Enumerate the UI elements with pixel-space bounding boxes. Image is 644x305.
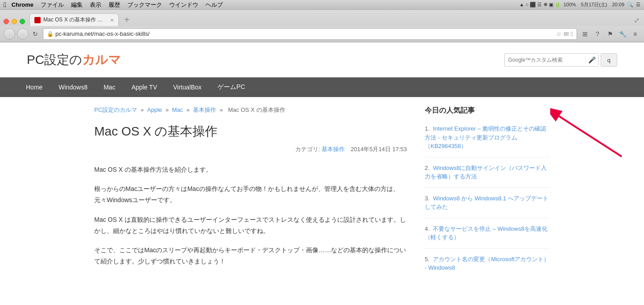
popular-item-2: 2. Windows8に自動サインイン（パスワード入力を省略）する方法 xyxy=(425,164,550,188)
sidebar-section-title: 今日の人気記事 xyxy=(425,106,550,118)
site-header: PC設定のカルマ 🎤 q xyxy=(0,42,644,77)
lock-icon: 🔒 xyxy=(47,31,54,37)
menu-chrome[interactable]: Chrome xyxy=(12,1,33,8)
tab-title: Mac OS X の基本操作 – PC設 xyxy=(43,16,106,24)
breadcrumb: PC設定のカルマ » Apple » Mac » 基本操作 » Mac OS X… xyxy=(94,106,407,114)
search-button[interactable]: q xyxy=(601,53,617,67)
menu-edit[interactable]: 編集 xyxy=(71,1,83,9)
popular-item-1-link[interactable]: Internet Explorer – 脆弱性の修正とその確認方法 - セキュリ… xyxy=(425,125,546,149)
breadcrumb-sep-3: » xyxy=(186,106,191,113)
address-bar-icons: ☆ ✉  xyxy=(556,30,573,38)
popular-item-5-link[interactable]: アカウント名の変更（Microsoftアカウント） - Windows8 xyxy=(425,256,549,271)
chrome-more-icon[interactable]: ≡ xyxy=(630,29,640,39)
window-maximize-button[interactable] xyxy=(20,19,25,24)
tab-favicon-icon xyxy=(34,17,41,23)
main-content: PC設定のカルマ » Apple » Mac » 基本操作 » Mac OS X… xyxy=(94,106,407,285)
new-tab-button[interactable]: + xyxy=(121,13,133,26)
menubar-time: 100% 5月17日(土) 20:09 xyxy=(564,1,624,8)
chrome-flag-icon[interactable]: ⚑ xyxy=(605,29,615,39)
toolbar: ‹ › ↻ 🔒 pc-karuma.net/mac-os-x-basic-ski… xyxy=(0,26,644,42)
breadcrumb-sep-1: » xyxy=(141,106,146,113)
toolbar-right-icons: ⊞ ? ⚑ 🔧 ≡ xyxy=(580,29,640,39)
popular-item-3: 3. Windows8 から Windows8.1 へアップデートしてみた xyxy=(425,194,550,218)
breadcrumb-basic-ops[interactable]: 基本操作 xyxy=(193,106,216,113)
nav-windows8[interactable]: Windows8 xyxy=(50,77,96,97)
forward-button[interactable]: › xyxy=(17,28,29,40)
article-para-2: 根っからのMacユーザーの方々はMacの操作なんてお手の物！かもしれませんが、管… xyxy=(94,183,407,206)
popular-item-2-link[interactable]: Windows8に自動サインイン（パスワード入力を省略）する方法 xyxy=(425,165,547,180)
tab-close-button[interactable]: × xyxy=(110,17,114,24)
popular-item-2-num: 2. xyxy=(425,165,430,171)
menu-bookmarks[interactable]: ブックマーク xyxy=(127,1,162,9)
category-label: カテゴリ: xyxy=(295,146,322,152)
window-close-button[interactable] xyxy=(4,19,9,24)
article-body: Mac OS X の基本操作方法を紹介します。 根っからのMacユーザーの方々は… xyxy=(94,164,407,267)
article-para-4: そこで、ここではMacのスリープや再起動からキーボード・デスクトップ・画像……な… xyxy=(94,245,407,267)
nav-game-pc[interactable]: ゲームPC xyxy=(209,77,253,97)
bookmark-star-icon[interactable]: ☆ xyxy=(556,30,562,38)
breadcrumb-home[interactable]: PC設定のカルマ xyxy=(94,106,137,113)
chrome-extension-icon[interactable]: 🔧 xyxy=(617,29,628,39)
menubar-search-icon[interactable]: 🔍 xyxy=(627,2,633,8)
page-content: PC設定のカルマ 🎤 q Home Windows8 Mac Apple TV … xyxy=(0,42,644,302)
nav-virtualbox[interactable]: VirtualBox xyxy=(165,77,210,97)
site-title-highlight: カルマ xyxy=(82,53,121,67)
window-minimize-button[interactable] xyxy=(12,19,17,24)
search-form: 🎤 q xyxy=(504,53,617,67)
nav-buttons: ‹ › ↻ xyxy=(4,28,40,40)
popular-articles-list: 1. Internet Explorer – 脆弱性の修正とその確認方法 - セ… xyxy=(425,124,550,279)
popular-item-1-num: 1. xyxy=(425,125,430,132)
address-bar[interactable]: 🔒 pc-karuma.net/mac-os-x-basic-skills/ ☆… xyxy=(43,28,577,40)
article-date: 2014年5月14日 17:53 xyxy=(351,146,407,152)
nav-apple-tv[interactable]: Apple TV xyxy=(123,77,165,97)
breadcrumb-sep-2: » xyxy=(165,106,170,113)
chrome-settings-icon[interactable]: ⊞ xyxy=(580,29,590,39)
nav-mac[interactable]: Mac xyxy=(96,77,123,97)
menu-help[interactable]: ヘルプ xyxy=(205,1,223,9)
breadcrumb-mac[interactable]: Mac xyxy=(172,106,183,113)
active-tab[interactable]: Mac OS X の基本操作 – PC設 × xyxy=(29,13,119,26)
menubar-status-icons: ▲ ○ ⬛ ☰ ❋ ▣ 🔋 xyxy=(519,2,561,8)
article-meta: カテゴリ: 基本操作 2014年5月14日 17:53 xyxy=(94,145,407,153)
article: Mac OS X の基本操作 カテゴリ: 基本操作 2014年5月14日 17:… xyxy=(94,123,407,267)
address-text: pc-karuma.net/mac-os-x-basic-skills/ xyxy=(55,30,554,37)
tab-bar: Mac OS X の基本操作 – PC設 × + ⤢ xyxy=(0,10,644,26)
popular-item-4: 4. 不要なサービスを停止 – Windows8を高速化（軽くする） xyxy=(425,225,550,249)
chrome-frame: Mac OS X の基本操作 – PC設 × + ⤢ ‹ › ↻ 🔒 pc-ka… xyxy=(0,10,644,42)
breadcrumb-sep-4: » xyxy=(220,106,225,113)
search-input-wrap: 🎤 xyxy=(504,53,599,67)
apple-logo-icon[interactable]:  xyxy=(4,1,6,9)
menu-view[interactable]: 表示 xyxy=(90,1,101,9)
menu-history[interactable]: 履歴 xyxy=(109,1,120,9)
site-title-plain: PC設定の xyxy=(27,53,82,67)
breadcrumb-current: Mac OS X の基本操作 xyxy=(228,106,285,113)
mac-menubar:  Chrome ファイル 編集 表示 履歴 ブックマーク ウインドウ ヘルプ … xyxy=(0,0,644,10)
breadcrumb-apple[interactable]: Apple xyxy=(147,106,162,113)
mic-icon[interactable]: 🎤 xyxy=(585,56,598,64)
sidebar: 今日の人気記事 1. Internet Explorer – 脆弱性の修正とその… xyxy=(425,106,550,285)
menu-window[interactable]: ウインドウ xyxy=(169,1,198,9)
share-icon[interactable]:  xyxy=(571,30,573,38)
popular-item-3-link[interactable]: Windows8 から Windows8.1 へアップデートしてみた xyxy=(425,195,548,211)
nav-bar: Home Windows8 Mac Apple TV VirtualBox ゲー… xyxy=(0,77,644,97)
menubar-list-icon[interactable]: ☰ xyxy=(636,2,640,8)
chrome-user-icon[interactable]: ? xyxy=(592,29,603,39)
popular-item-5: 5. アカウント名の変更（Microsoftアカウント） - Windows8 xyxy=(425,255,550,279)
popular-item-5-num: 5. xyxy=(425,256,430,263)
category-link[interactable]: 基本操作 xyxy=(322,146,345,152)
bookmark-icon[interactable]: ✉ xyxy=(564,30,569,38)
article-para-3: Mac OS X は直観的に操作できるユーザーインターフェースでストレスなく使え… xyxy=(94,214,407,237)
back-button[interactable]: ‹ xyxy=(4,28,15,40)
popular-item-4-link[interactable]: 不要なサービスを停止 – Windows8を高速化（軽くする） xyxy=(425,225,548,241)
menu-items: Chrome ファイル 編集 表示 履歴 ブックマーク ウインドウ ヘルプ xyxy=(12,1,223,9)
search-input[interactable] xyxy=(505,55,585,65)
popular-item-1: 1. Internet Explorer – 脆弱性の修正とその確認方法 - セ… xyxy=(425,124,550,157)
menu-file[interactable]: ファイル xyxy=(41,1,64,9)
main-layout: PC設定のカルマ » Apple » Mac » 基本操作 » Mac OS X… xyxy=(76,97,568,294)
site-title: PC設定のカルマ xyxy=(27,51,121,68)
reload-button[interactable]: ↻ xyxy=(30,29,40,39)
nav-home[interactable]: Home xyxy=(18,77,50,97)
popular-item-4-num: 4. xyxy=(425,225,430,232)
menubar-right-icons: ▲ ○ ⬛ ☰ ❋ ▣ 🔋 100% 5月17日(土) 20:09 🔍 ☰ xyxy=(519,1,640,8)
maximize-icon[interactable]: ⤢ xyxy=(632,16,640,24)
